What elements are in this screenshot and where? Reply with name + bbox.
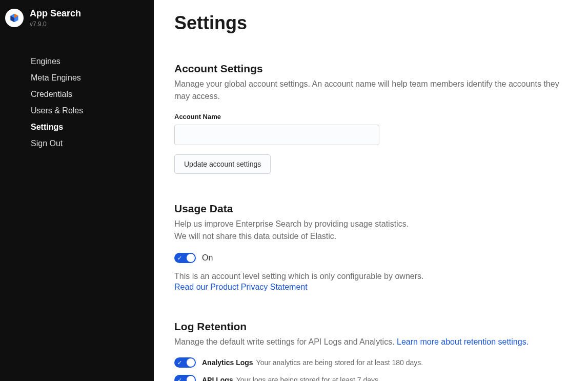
app-logo-icon — [5, 9, 24, 27]
usage-data-title: Usage Data — [174, 203, 567, 215]
analytics-logs-desc: Your analytics are being stored for at l… — [256, 358, 423, 367]
sidebar-item-users-roles[interactable]: Users & Roles — [0, 103, 154, 119]
app-version: v7.9.0 — [30, 21, 81, 28]
sidebar-item-meta-engines[interactable]: Meta Engines — [0, 70, 154, 86]
usage-data-section: Usage Data Help us improve Enterprise Se… — [174, 203, 567, 292]
log-retention-title: Log Retention — [174, 320, 567, 333]
analytics-logs-toggle[interactable]: ✓ — [174, 357, 196, 368]
toggle-knob — [187, 254, 195, 262]
main-content: Settings Account Settings Manage your gl… — [154, 0, 588, 381]
sidebar-nav: Engines Meta Engines Credentials Users &… — [0, 53, 154, 152]
account-name-input[interactable] — [174, 125, 379, 145]
privacy-statement-link[interactable]: Read our Product Privacy Statement — [174, 283, 308, 291]
analytics-logs-row: ✓ Analytics Logs Your analytics are bein… — [174, 357, 567, 368]
api-logs-toggle[interactable]: ✓ — [174, 375, 196, 381]
check-icon: ✓ — [177, 254, 182, 262]
api-logs-row: ✓ API Logs Your logs are being stored fo… — [174, 375, 567, 381]
check-icon: ✓ — [177, 376, 182, 381]
app-title: App Search — [30, 8, 81, 19]
toggle-knob — [187, 358, 195, 367]
usage-data-toggle-label: On — [202, 253, 213, 263]
usage-data-note: This is an account level setting which i… — [174, 270, 567, 283]
usage-data-description: Help us improve Enterprise Search by pro… — [174, 218, 567, 243]
sidebar-item-sign-out[interactable]: Sign Out — [0, 135, 154, 152]
sidebar-item-credentials[interactable]: Credentials — [0, 86, 154, 103]
update-account-settings-button[interactable]: Update account settings — [174, 154, 271, 174]
account-settings-section: Account Settings Manage your global acco… — [174, 63, 567, 174]
log-retention-section: Log Retention Manage the default write s… — [174, 320, 567, 381]
usage-desc-line2: We will not share this data outside of E… — [174, 232, 336, 240]
usage-data-toggle-row: ✓ On — [174, 253, 567, 263]
account-name-label: Account Name — [174, 113, 567, 121]
sidebar-item-engines[interactable]: Engines — [0, 53, 154, 70]
analytics-logs-label: Analytics Logs — [202, 358, 253, 367]
check-icon: ✓ — [177, 359, 182, 366]
api-logs-label: API Logs — [202, 376, 233, 381]
account-settings-title: Account Settings — [174, 63, 567, 75]
log-retention-desc-text: Manage the default write settings for AP… — [174, 337, 397, 346]
page-title: Settings — [174, 12, 567, 34]
learn-more-retention-link[interactable]: Learn more about retention settings. — [397, 337, 529, 346]
sidebar-header: App Search v7.9.0 — [0, 5, 154, 36]
api-logs-desc: Your logs are being stored for at least … — [236, 376, 380, 381]
log-retention-description: Manage the default write settings for AP… — [174, 336, 567, 348]
account-settings-description: Manage your global account settings. An … — [174, 78, 567, 103]
sidebar: App Search v7.9.0 Engines Meta Engines C… — [0, 0, 154, 381]
usage-desc-line1: Help us improve Enterprise Search by pro… — [174, 219, 409, 228]
toggle-knob — [187, 376, 195, 381]
usage-data-toggle[interactable]: ✓ — [174, 253, 196, 263]
sidebar-item-settings[interactable]: Settings — [0, 119, 154, 135]
